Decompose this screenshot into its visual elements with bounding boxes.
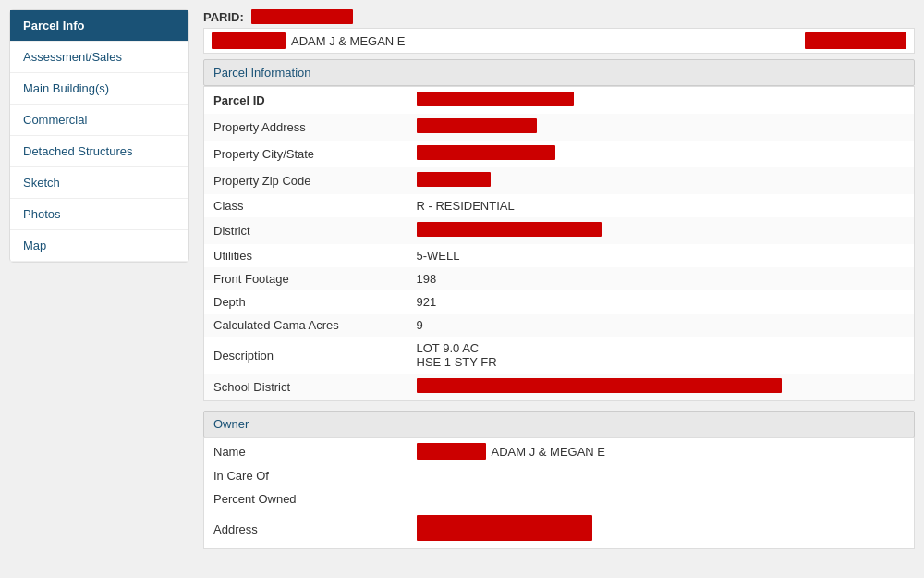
field-label-district: District bbox=[204, 217, 407, 244]
zip-code-redacted bbox=[417, 172, 491, 187]
owner-address-label: Address bbox=[204, 510, 407, 549]
table-row: Address bbox=[204, 510, 915, 549]
field-value-utilities: 5-WELL bbox=[407, 244, 915, 267]
table-row: Property Address bbox=[204, 114, 915, 141]
sidebar: Parcel Info Assessment/Sales Main Buildi… bbox=[9, 9, 189, 263]
field-label-cama-acres: Calculated Cama Acres bbox=[204, 314, 407, 337]
field-value-depth: 921 bbox=[407, 290, 915, 314]
main-content: PARID: ADAM J & MEGAN E Parcel Informati… bbox=[199, 0, 924, 578]
table-row: Description LOT 9.0 AC HSE 1 STY FR bbox=[204, 337, 915, 374]
property-address-redacted bbox=[417, 118, 537, 133]
field-value-description: LOT 9.0 AC HSE 1 STY FR bbox=[407, 337, 915, 374]
name-redacted-suffix bbox=[805, 32, 906, 49]
in-care-of-value bbox=[407, 464, 915, 487]
table-row: Depth 921 bbox=[204, 290, 915, 314]
parcel-info-table: Parcel ID Property Address Property City… bbox=[203, 86, 915, 401]
field-value-property-zip bbox=[407, 167, 915, 194]
table-row: In Care Of bbox=[204, 464, 915, 487]
table-row: Property City/State bbox=[204, 141, 915, 167]
name-row: ADAM J & MEGAN E bbox=[203, 28, 915, 54]
field-label-school-district: School District bbox=[204, 374, 407, 401]
table-row: District bbox=[204, 217, 915, 244]
owner-name-text: ADAM J & MEGAN E bbox=[492, 445, 606, 459]
table-row: Property Zip Code bbox=[204, 167, 915, 194]
field-value-property-city-state bbox=[407, 141, 915, 167]
parid-label: PARID: bbox=[203, 10, 244, 24]
field-value-district bbox=[407, 217, 915, 244]
field-label-property-city-state: Property City/State bbox=[204, 141, 407, 167]
sidebar-item-detached-structures[interactable]: Detached Structures bbox=[10, 136, 188, 167]
name-redacted-prefix bbox=[212, 32, 286, 49]
field-value-parcel-id bbox=[407, 87, 915, 115]
owner-name-redacted bbox=[417, 443, 486, 460]
sidebar-item-assessment-sales[interactable]: Assessment/Sales bbox=[10, 42, 188, 73]
field-value-school-district bbox=[407, 374, 915, 401]
field-label-depth: Depth bbox=[204, 290, 407, 314]
field-label-front-footage: Front Footage bbox=[204, 267, 407, 290]
owner-name: ADAM J & MEGAN E bbox=[291, 34, 406, 48]
owner-name-inline: ADAM J & MEGAN E bbox=[417, 443, 906, 460]
table-row: Name ADAM J & MEGAN E bbox=[204, 438, 915, 465]
description-extra: HSE 1 STY FR bbox=[417, 355, 497, 369]
field-value-cama-acres: 9 bbox=[407, 314, 915, 337]
field-label-utilities: Utilities bbox=[204, 244, 407, 267]
sidebar-item-main-buildings[interactable]: Main Building(s) bbox=[10, 73, 188, 105]
owner-name-value: ADAM J & MEGAN E bbox=[407, 438, 915, 465]
school-district-redacted bbox=[417, 378, 782, 393]
owner-section-header: Owner bbox=[203, 411, 915, 437]
sidebar-item-map[interactable]: Map bbox=[10, 230, 188, 262]
parcel-id-redacted bbox=[417, 92, 574, 106]
field-value-front-footage: 198 bbox=[407, 267, 915, 290]
table-row: Front Footage 198 bbox=[204, 267, 915, 290]
table-row: Parcel ID bbox=[204, 87, 915, 115]
percent-owned-label: Percent Owned bbox=[204, 487, 407, 510]
in-care-of-label: In Care Of bbox=[204, 464, 407, 487]
sidebar-item-parcel-info[interactable]: Parcel Info bbox=[10, 10, 188, 42]
field-label-property-address: Property Address bbox=[204, 114, 407, 141]
field-value-property-address bbox=[407, 114, 915, 141]
parcel-info-section-header: Parcel Information bbox=[203, 59, 915, 86]
field-label-description: Description bbox=[204, 337, 407, 374]
sidebar-item-photos[interactable]: Photos bbox=[10, 199, 188, 230]
parid-row: PARID: bbox=[203, 9, 915, 24]
sidebar-item-commercial[interactable]: Commercial bbox=[10, 105, 188, 136]
owner-table: Name ADAM J & MEGAN E In Care Of Percent… bbox=[203, 437, 915, 549]
owner-name-label: Name bbox=[204, 438, 407, 465]
field-label-class: Class bbox=[204, 194, 407, 217]
field-label-property-zip: Property Zip Code bbox=[204, 167, 407, 194]
district-redacted bbox=[417, 222, 602, 237]
field-label-parcel-id: Parcel ID bbox=[204, 87, 407, 115]
percent-owned-value bbox=[407, 487, 915, 510]
parid-redacted bbox=[251, 9, 353, 24]
owner-address-redacted bbox=[417, 515, 592, 541]
field-value-class: R - RESIDENTIAL bbox=[407, 194, 915, 217]
sidebar-item-sketch[interactable]: Sketch bbox=[10, 167, 188, 199]
table-row: Class R - RESIDENTIAL bbox=[204, 194, 915, 217]
owner-address-value bbox=[407, 510, 915, 549]
table-row: School District bbox=[204, 374, 915, 401]
table-row: Calculated Cama Acres 9 bbox=[204, 314, 915, 337]
table-row: Percent Owned bbox=[204, 487, 915, 510]
table-row: Utilities 5-WELL bbox=[204, 244, 915, 267]
city-state-redacted bbox=[417, 145, 555, 160]
